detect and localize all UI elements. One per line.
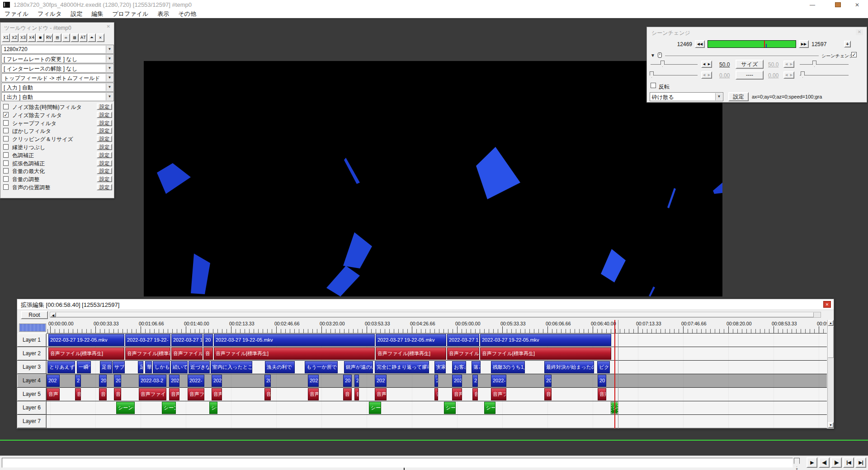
- param2-slider-left-thumb[interactable]: [650, 71, 654, 78]
- timeline-clip[interactable]: 20: [114, 375, 121, 387]
- add-effect-button[interactable]: +: [844, 41, 851, 47]
- spin-right-icon[interactable]: ▶: [707, 61, 712, 67]
- filter-settings-button[interactable]: 設定: [97, 136, 112, 142]
- resolution-select[interactable]: 1280x720▼: [1, 45, 114, 54]
- timeline-clip[interactable]: もう一か所で: [305, 361, 338, 373]
- timeline-clip[interactable]: 近づきなが: [189, 361, 210, 373]
- menu-profile[interactable]: プロファイル: [108, 10, 153, 18]
- timeline-clip[interactable]: しかもし: [153, 361, 170, 373]
- scroll-up-icon[interactable]: ▲: [828, 320, 834, 326]
- timeline-clip[interactable]: 華: [145, 361, 152, 373]
- timeline-clip[interactable]: 2022-03-27 19-: [447, 334, 479, 346]
- timeline-clip[interactable]: 銃声が遠のい: [344, 361, 373, 373]
- timeline-clip[interactable]: 音: [264, 388, 271, 400]
- effect-type-select[interactable]: 砕け散る ▼: [650, 92, 723, 101]
- timeline-clip[interactable]: 音声ファイル[標: [447, 348, 479, 360]
- param2-slider-left-track[interactable]: [651, 75, 698, 75]
- timeline-clip[interactable]: 音: [472, 388, 478, 400]
- invert-checkbox[interactable]: [651, 83, 656, 88]
- layer-track-3[interactable]: とりあえず送一瞬で足音サブ足華しかもし続いての近づきなが室内に入ったところ漁夫の…: [47, 361, 827, 374]
- deinterlace-select[interactable]: [ インターレースの解除 ] なし▼: [1, 64, 114, 73]
- menu-file[interactable]: ファイル: [0, 10, 33, 18]
- scene-close-icon[interactable]: ✕: [856, 29, 863, 35]
- expand-arrow-icon[interactable]: ▼: [651, 53, 655, 58]
- timeline-clip[interactable]: 20: [264, 375, 271, 387]
- scroll-down-icon[interactable]: ▼: [828, 422, 834, 428]
- zoom-x1-button[interactable]: x1: [2, 33, 10, 42]
- background-black-button[interactable]: ■: [36, 33, 44, 42]
- timeline-clip[interactable]: 2022-03-27 19-22-05.mkv: [376, 334, 446, 346]
- timeline-clip[interactable]: サブ: [113, 361, 125, 373]
- size-left-value[interactable]: 50.0: [719, 61, 730, 68]
- field-double-line-button[interactable]: ▤: [53, 33, 61, 42]
- filter-settings-button[interactable]: 設定: [97, 176, 112, 182]
- timeline-clip[interactable]: シー: [209, 402, 217, 414]
- frame-back-button[interactable]: ◀◀: [695, 40, 705, 48]
- timeline-clip[interactable]: 音: [434, 388, 438, 400]
- effect-enabled-checkbox[interactable]: ✓: [851, 52, 857, 57]
- timeline-hscrollbar[interactable]: ◀: [50, 312, 821, 318]
- at-toggle-button[interactable]: AT: [79, 33, 87, 42]
- layer-label-1[interactable]: Layer 1: [17, 334, 47, 347]
- param2-slider-right-track[interactable]: [800, 75, 849, 75]
- timeline-clip[interactable]: 音: [99, 388, 107, 400]
- timeline-clip[interactable]: 完全に静まり返って膠着: [375, 361, 429, 373]
- output-plugin-select[interactable]: [ 出力 ] 自動▼: [1, 92, 114, 101]
- next-frame-button[interactable]: |▶: [831, 457, 842, 468]
- timeline-clip[interactable]: 足音: [100, 361, 112, 373]
- spin-left-icon[interactable]: ◀: [702, 61, 707, 67]
- framerate-select[interactable]: [ フレームレートの変更 ] なし▼: [1, 54, 114, 63]
- timeline-clip[interactable]: 音: [354, 388, 359, 400]
- layer-label-3[interactable]: Layer 3: [17, 361, 47, 374]
- seek-slider-thumb[interactable]: [794, 458, 800, 467]
- size-button[interactable]: サイズ: [736, 60, 764, 69]
- timeline-clip[interactable]: 20: [598, 375, 606, 387]
- timeline-clip[interactable]: シー: [484, 402, 495, 414]
- timeline-clip[interactable]: 音声: [169, 388, 179, 400]
- param2-slider-right-thumb[interactable]: [801, 71, 805, 78]
- size-slider-right-track[interactable]: [800, 64, 849, 65]
- chevron-down-icon[interactable]: ▼: [715, 93, 722, 100]
- timeline-clip[interactable]: 音: [114, 388, 121, 400]
- layer-label-6[interactable]: Layer 6: [17, 401, 47, 414]
- size-slider-left-track[interactable]: [651, 64, 698, 65]
- timeline-clip[interactable]: 音声: [375, 388, 387, 400]
- timeline-clip[interactable]: 音声ファイル[標準再生]: [480, 348, 611, 360]
- effect-settings-button[interactable]: 設定: [728, 92, 749, 101]
- timeline-clip[interactable]: 音: [544, 388, 552, 400]
- timeline-clip[interactable]: シーン: [162, 402, 176, 414]
- timeline-clip[interactable]: 2022-03-27 19-22-05.mkv: [480, 334, 611, 346]
- filter-settings-button[interactable]: 設定: [97, 184, 112, 190]
- frame-range-track[interactable]: [708, 40, 796, 48]
- scroll-left-icon[interactable]: ◀: [50, 312, 56, 317]
- timeline-clip[interactable]: 音声: [47, 388, 60, 400]
- timeline-clip[interactable]: 音声ファイル[標: [171, 348, 203, 360]
- timeline-clip[interactable]: 2: [75, 375, 81, 387]
- layer-track-6[interactable]: シーンチシーンシーシーシーシーシ: [47, 401, 827, 414]
- prev-frame-button[interactable]: ◀|: [819, 457, 830, 468]
- close-tool-button[interactable]: ✕: [96, 33, 104, 42]
- filter-settings-button[interactable]: 設定: [97, 120, 112, 126]
- chevron-down-icon[interactable]: ▼: [106, 74, 113, 81]
- layer-label-4[interactable]: Layer 4: [17, 374, 47, 387]
- timeline-clip[interactable]: 足: [138, 361, 143, 373]
- timeline-clip[interactable]: 漁夫の利で: [265, 361, 295, 373]
- timeline-clip[interactable]: 202: [169, 375, 179, 387]
- menu-edit[interactable]: 編集: [87, 10, 108, 18]
- filter-settings-button[interactable]: 設定: [97, 127, 112, 134]
- timeline-clip[interactable]: 2022-03-27 19-22-05.mkv: [48, 334, 124, 346]
- timeline-clip[interactable]: 音声ファイル: [139, 388, 166, 400]
- menu-filter[interactable]: フィルタ: [33, 10, 66, 18]
- chevron-down-icon[interactable]: ▼: [106, 46, 113, 53]
- root-button[interactable]: Root: [21, 311, 48, 319]
- timeline-clip[interactable]: 2022: [308, 375, 319, 387]
- timeline-clip[interactable]: 2022-03-27 19-22-: [125, 334, 170, 346]
- filter-settings-button[interactable]: 設定: [97, 103, 112, 110]
- menu-others[interactable]: その他: [174, 10, 201, 18]
- zoom-x2-button[interactable]: x2: [10, 33, 19, 42]
- dither-background-button[interactable]: ▨: [71, 33, 79, 42]
- filter-checkbox[interactable]: [3, 104, 9, 109]
- timeline-vscrollbar[interactable]: ▲ ▼: [827, 320, 834, 428]
- timeline-clip[interactable]: ビクロ: [597, 361, 610, 373]
- filter-checkbox[interactable]: [3, 128, 9, 133]
